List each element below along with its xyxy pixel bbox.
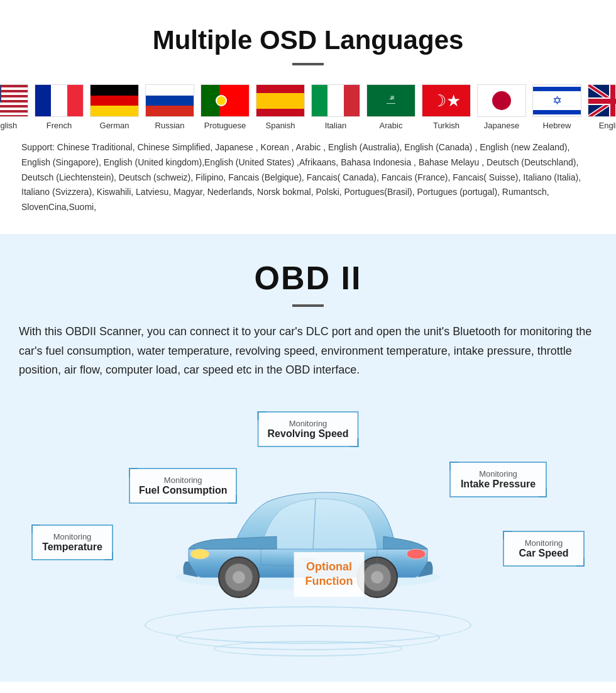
svg-point-19 — [190, 549, 209, 559]
svg-rect-7 — [0, 85, 1, 103]
obd-title: OBD II — [19, 259, 597, 297]
flag-us — [0, 84, 28, 117]
flag-label-russian: Russian — [155, 121, 185, 130]
flag-gb — [588, 84, 616, 117]
monitor-revolving-main: Revolving Speed — [268, 428, 349, 440]
monitor-temp-main: Temperature — [41, 541, 103, 553]
flag-il: ✡ — [532, 84, 581, 117]
flag-ru — [145, 84, 194, 117]
svg-rect-4 — [0, 103, 28, 105]
svg-point-23 — [233, 571, 245, 584]
flag-item-portuguese: Protuguese — [201, 84, 250, 130]
flag-label-italian: Italian — [325, 121, 347, 130]
obd-divider — [292, 304, 324, 307]
monitor-speed-main: Car Speed — [513, 548, 575, 559]
flag-label-portuguese: Protuguese — [204, 121, 246, 130]
svg-rect-6 — [0, 113, 28, 115]
monitor-fuel-consumption: Monitoring Fuel Consumption — [129, 468, 237, 504]
flag-label-french: French — [47, 121, 72, 130]
monitor-intake-sub: Monitoring — [459, 469, 537, 479]
flag-item-italian: Italian — [311, 84, 360, 130]
support-text: Support: Chinese Traditional, Chinese Si… — [19, 140, 597, 215]
flag-item-german: German — [90, 84, 139, 130]
svg-point-20 — [407, 549, 426, 559]
flag-label-hebrew: Hebrew — [543, 121, 571, 130]
flag-item-english-gb: English — [588, 84, 616, 130]
flag-item-spanish: Spanish — [256, 84, 305, 130]
flag-label-english-gb: English — [599, 121, 616, 130]
optional-function-badge: Optional Function — [294, 552, 365, 597]
flag-fr — [35, 84, 84, 117]
svg-rect-5 — [0, 108, 28, 110]
flag-item-russian: Russian — [145, 84, 194, 130]
monitor-speed-sub: Monitoring — [513, 538, 575, 548]
flag-jp — [477, 84, 526, 117]
flag-item-english: English — [0, 84, 28, 130]
flag-item-french: French — [35, 84, 84, 130]
svg-rect-3 — [0, 97, 28, 100]
svg-rect-16 — [588, 99, 616, 104]
monitor-intake-pressure: Monitoring Intake Pressure — [449, 462, 547, 497]
flag-sa: اللہ—— — [366, 84, 415, 117]
ellipse-3 — [214, 641, 402, 657]
monitor-temperature: Monitoring Temperature — [31, 524, 113, 560]
flag-label-german: German — [100, 121, 129, 130]
optional-line1: Optional — [305, 560, 353, 574]
osd-title: Multiple OSD Languages — [19, 25, 597, 55]
flag-label-turkish: Turkish — [433, 121, 459, 130]
svg-rect-2 — [0, 92, 28, 95]
obd-section: OBD II With this OBDII Scanner, you can … — [0, 234, 616, 682]
flag-de — [90, 84, 139, 117]
svg-point-26 — [371, 571, 383, 584]
flag-tr: ☽★ — [422, 84, 471, 117]
monitor-fuel-sub: Monitoring — [139, 475, 227, 485]
osd-divider — [292, 63, 324, 65]
flag-label-spanish: Spanish — [266, 121, 295, 130]
flag-item-hebrew: ✡ Hebrew — [532, 84, 581, 130]
monitor-fuel-main: Fuel Consumption — [139, 485, 227, 496]
flag-label-arabic: Arabic — [380, 121, 403, 130]
flag-label-japanese: Japanese — [484, 121, 519, 130]
optional-line2: Function — [305, 574, 353, 589]
monitor-temp-sub: Monitoring — [41, 532, 103, 541]
svg-rect-1 — [0, 87, 28, 90]
flag-item-arabic: اللہ—— Arabic — [366, 84, 415, 130]
flag-es — [256, 84, 305, 117]
monitor-intake-main: Intake Pressure — [459, 479, 537, 490]
monitor-car-speed: Monitoring Car Speed — [503, 531, 585, 567]
osd-languages-section: Multiple OSD Languages English — [0, 0, 616, 234]
flag-it — [311, 84, 360, 117]
flag-label-english: English — [0, 121, 17, 130]
monitor-revolving-sub: Monitoring — [268, 419, 349, 428]
obd-description: With this OBDII Scanner, you can connect… — [19, 322, 597, 380]
monitor-revolving-speed: Monitoring Revolving Speed — [258, 411, 359, 447]
flag-item-turkish: ☽★ Turkish — [422, 84, 471, 130]
flag-item-japanese: Japanese — [477, 84, 526, 130]
flag-pt — [201, 84, 250, 117]
car-diagram: Monitoring Revolving Speed Monitoring Fu… — [19, 399, 597, 663]
flags-row: English French German Russian Protuguese… — [19, 84, 597, 130]
